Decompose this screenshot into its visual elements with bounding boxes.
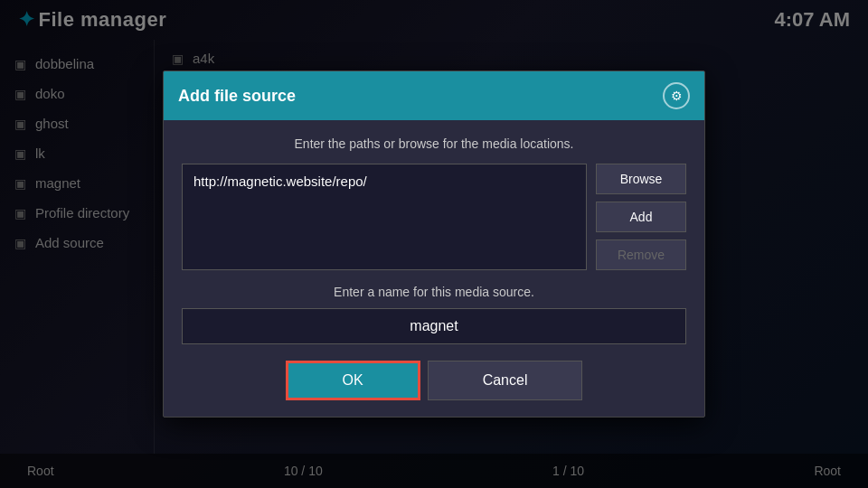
name-input[interactable] [182,308,686,344]
cancel-button[interactable]: Cancel [428,361,583,400]
modal-overlay: Add file source ⚙ Enter the paths or bro… [0,0,868,488]
dialog-body: Enter the paths or browse for the media … [164,120,704,417]
dialog-header: Add file source ⚙ [164,71,704,120]
remove-button[interactable]: Remove [596,239,686,270]
add-button[interactable]: Add [596,202,686,232]
name-hint: Enter a name for this media source. [182,285,686,299]
path-input[interactable]: http://magnetic.website/repo/ [182,164,587,270]
browse-button[interactable]: Browse [596,164,686,194]
ok-button[interactable]: OK [286,361,420,400]
path-hint: Enter the paths or browse for the media … [182,136,686,151]
path-area: http://magnetic.website/repo/ Browse Add… [182,164,686,270]
dialog-title: Add file source [178,87,296,106]
side-buttons: Browse Add Remove [596,164,686,270]
kodi-icon: ⚙ [663,82,690,109]
dialog-buttons: OK Cancel [182,361,686,400]
add-file-source-dialog: Add file source ⚙ Enter the paths or bro… [163,70,705,418]
